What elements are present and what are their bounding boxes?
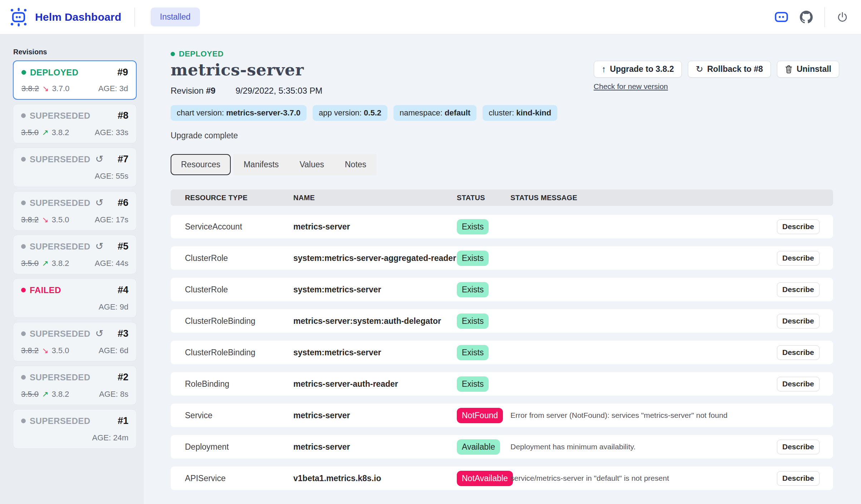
- revision-card[interactable]: FAILED #4 AGE: 9d: [13, 278, 137, 318]
- revision-status-label: SUPERSEDED: [30, 154, 90, 164]
- rollback-button[interactable]: ↻ Rollback to #8: [688, 61, 771, 78]
- status-badge: Exists: [457, 251, 489, 266]
- status-dot-icon: [21, 419, 26, 423]
- release-updated-at: 9/29/2022, 5:35:03 PM: [235, 86, 322, 96]
- revision-card[interactable]: DEPLOYED #9 3.8.23.7.0 AGE: 3d: [13, 60, 137, 100]
- revision-card-top: SUPERSEDED #1: [21, 415, 128, 426]
- revision-card[interactable]: SUPERSEDED ↺ #7 AGE: 55s: [13, 148, 137, 187]
- status-dot-icon: [21, 288, 26, 292]
- revision-status-label: FAILED: [30, 285, 61, 295]
- describe-button[interactable]: Describe: [777, 345, 820, 360]
- revision-card[interactable]: SUPERSEDED ↺ #5 3.5.03.8.2 AGE: 44s: [13, 235, 137, 274]
- revision-number: #8: [118, 110, 128, 121]
- chip-label: app version:: [319, 108, 362, 117]
- revision-status: FAILED: [21, 285, 61, 295]
- describe-button[interactable]: Describe: [777, 440, 820, 454]
- power-button[interactable]: [837, 11, 848, 23]
- old-version: 3.8.2: [21, 346, 39, 355]
- revision-card-top: SUPERSEDED ↺ #6: [21, 197, 128, 208]
- info-chip: app version: 0.5.2: [313, 105, 387, 121]
- status-message-cell: Deployment has minimum availability.: [510, 443, 777, 451]
- resource-table-row: APIService v1beta1.metrics.k8s.io NotAva…: [171, 466, 833, 490]
- tab[interactable]: Manifests: [233, 154, 289, 175]
- revision-card-top: SUPERSEDED #8: [21, 110, 128, 121]
- revision-status: SUPERSEDED: [21, 111, 90, 121]
- revision-card-top: SUPERSEDED ↺ #3: [21, 328, 128, 339]
- revisions-list: DEPLOYED #9 3.8.23.7.0 AGE: 3d SUPERSEDE…: [13, 60, 137, 449]
- upgrade-button[interactable]: ↑ Upgrade to 3.8.2: [594, 61, 682, 78]
- revision-card[interactable]: SUPERSEDED #8 3.5.03.8.2 AGE: 33s: [13, 104, 137, 143]
- github-link[interactable]: [800, 11, 813, 24]
- release-detail-main: ↑ Upgrade to 3.8.2 ↻ Rollback to #8 Unin…: [144, 34, 861, 504]
- revision-age: AGE: 24m: [92, 433, 128, 443]
- uninstall-button[interactable]: Uninstall: [777, 61, 839, 78]
- revision-card-bottom: AGE: 55s: [21, 172, 128, 181]
- resource-type-cell: ServiceAccount: [185, 222, 293, 232]
- column-status: STATUS: [457, 194, 510, 202]
- revision-version-change: 3.5.03.8.2: [21, 259, 69, 268]
- reconfigured-icon: ↺: [95, 154, 103, 164]
- revision-age: AGE: 6d: [99, 346, 128, 355]
- tab[interactable]: Notes: [334, 154, 377, 175]
- status-badge: Exists: [457, 345, 489, 360]
- robot-face-button[interactable]: [775, 12, 788, 22]
- revision-number: #1: [118, 415, 128, 426]
- revision-status: SUPERSEDED ↺: [21, 242, 103, 252]
- trend-arrow-icon: [42, 84, 49, 93]
- tab[interactable]: Values: [289, 154, 334, 175]
- status-message-cell: service/metrics-server in "default" is n…: [510, 474, 777, 483]
- describe-button[interactable]: Describe: [777, 219, 820, 234]
- release-status-note: Upgrade complete: [171, 131, 861, 140]
- status-badge: Available: [457, 439, 500, 455]
- resources-table: RESOURCE TYPE NAME STATUS STATUS MESSAGE…: [171, 189, 833, 490]
- describe-button[interactable]: Describe: [777, 251, 820, 266]
- info-chip: chart version: metrics-server-3.7.0: [171, 105, 307, 121]
- revision-number: #7: [118, 154, 128, 165]
- check-new-version-link[interactable]: Check for new version: [594, 82, 668, 91]
- new-version: 3.5.0: [52, 215, 69, 224]
- status-badge: Exists: [457, 376, 489, 392]
- release-status-label: DEPLOYED: [179, 49, 224, 59]
- trash-icon: [785, 65, 793, 74]
- app-title: Helm Dashboard: [35, 11, 121, 23]
- revision-card-bottom: 3.5.03.8.2 AGE: 33s: [21, 128, 128, 137]
- navbar-divider: [134, 8, 135, 27]
- info-chip: namespace: default: [393, 105, 476, 121]
- revision-version-change: 3.5.03.8.2: [21, 128, 69, 137]
- resource-name-cell: system:metrics-server-aggregated-reader: [293, 253, 457, 263]
- column-resource-type: RESOURCE TYPE: [185, 194, 293, 202]
- resource-type-cell: ClusterRole: [185, 253, 293, 263]
- nav-installed-tab[interactable]: Installed: [151, 8, 200, 26]
- describe-button[interactable]: Describe: [777, 471, 820, 486]
- revision-age: AGE: 17s: [95, 215, 128, 224]
- tab[interactable]: Resources: [171, 154, 231, 175]
- describe-button[interactable]: Describe: [777, 377, 820, 391]
- revision-number: #9: [206, 86, 216, 95]
- describe-button[interactable]: Describe: [777, 314, 820, 328]
- describe-button[interactable]: Describe: [777, 282, 820, 297]
- resource-type-cell: Service: [185, 411, 293, 420]
- revision-card[interactable]: SUPERSEDED #2 3.5.03.8.2 AGE: 8s: [13, 366, 137, 405]
- revision-status-label: SUPERSEDED: [30, 242, 90, 252]
- revision-age: AGE: 33s: [95, 128, 128, 137]
- revision-card-bottom: 3.8.23.7.0 AGE: 3d: [21, 84, 128, 93]
- revision-age: AGE: 3d: [98, 84, 128, 93]
- top-navbar: Helm Dashboard Installed: [0, 0, 861, 34]
- status-dot-icon: [21, 244, 26, 249]
- revision-card[interactable]: SUPERSEDED ↺ #3 3.8.23.5.0 AGE: 6d: [13, 322, 137, 361]
- revision-card[interactable]: SUPERSEDED #1 AGE: 24m: [13, 409, 137, 449]
- robot-face-icon: [775, 12, 788, 22]
- revision-card-bottom: 3.5.03.8.2 AGE: 44s: [21, 259, 128, 268]
- column-status-message: STATUS MESSAGE: [510, 194, 777, 202]
- revision-number: #3: [118, 328, 128, 339]
- revision-card[interactable]: SUPERSEDED ↺ #6 3.8.23.5.0 AGE: 17s: [13, 191, 137, 231]
- revision-card-bottom: AGE: 24m: [21, 433, 128, 443]
- revision-age: AGE: 44s: [95, 259, 128, 268]
- new-version: 3.5.0: [52, 346, 69, 355]
- revision-card-top: FAILED #4: [21, 285, 128, 296]
- brand: Helm Dashboard: [0, 7, 134, 28]
- revision-age: AGE: 8s: [99, 390, 128, 399]
- status-dot-icon: [21, 70, 26, 75]
- resource-table-row: ServiceAccount metrics-server Exists Des…: [171, 215, 833, 238]
- revision-version-change: 3.8.23.5.0: [21, 346, 69, 355]
